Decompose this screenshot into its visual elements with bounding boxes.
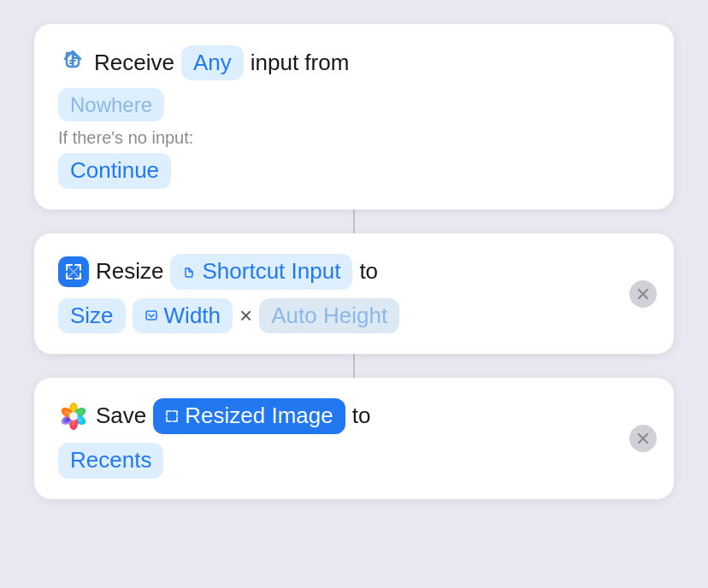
save-card: Save Resized Image to Recents <box>34 378 674 499</box>
connector-line-1 <box>353 209 355 233</box>
resized-image-pill[interactable]: Resized Image <box>153 398 345 434</box>
resize-icon <box>58 256 89 287</box>
receive-icon <box>58 44 87 81</box>
recents-pill[interactable]: Recents <box>58 443 163 479</box>
receive-text: Receive <box>94 49 174 78</box>
continue-pill[interactable]: Continue <box>58 153 171 189</box>
multiply-sign: × <box>239 302 252 331</box>
nowhere-pill[interactable]: Nowhere <box>58 88 164 121</box>
resize-close-button[interactable] <box>629 280 657 308</box>
shortcut-input-pill[interactable]: Shortcut Input <box>170 254 352 290</box>
connector-line-2 <box>353 354 355 378</box>
no-input-subtitle: If there's no input: <box>58 128 650 148</box>
to-text: to <box>359 257 378 286</box>
to-text-2: to <box>352 402 371 431</box>
input-from-text: input from <box>251 49 350 78</box>
svg-point-8 <box>69 412 78 420</box>
auto-height-pill[interactable]: Auto Height <box>259 298 399 334</box>
width-pill[interactable]: Width <box>133 298 233 334</box>
svg-rect-1 <box>146 311 156 320</box>
save-text: Save <box>96 402 146 431</box>
resize-text: Resize <box>96 257 163 286</box>
save-close-button[interactable] <box>629 425 657 452</box>
resize-card: Resize Shortcut Input to Size Width × Au… <box>34 233 674 355</box>
any-pill[interactable]: Any <box>181 45 244 81</box>
size-pill[interactable]: Size <box>58 298 126 334</box>
receive-card: Receive Any input from Nowhere If there'… <box>34 24 674 209</box>
photos-icon <box>58 401 89 432</box>
